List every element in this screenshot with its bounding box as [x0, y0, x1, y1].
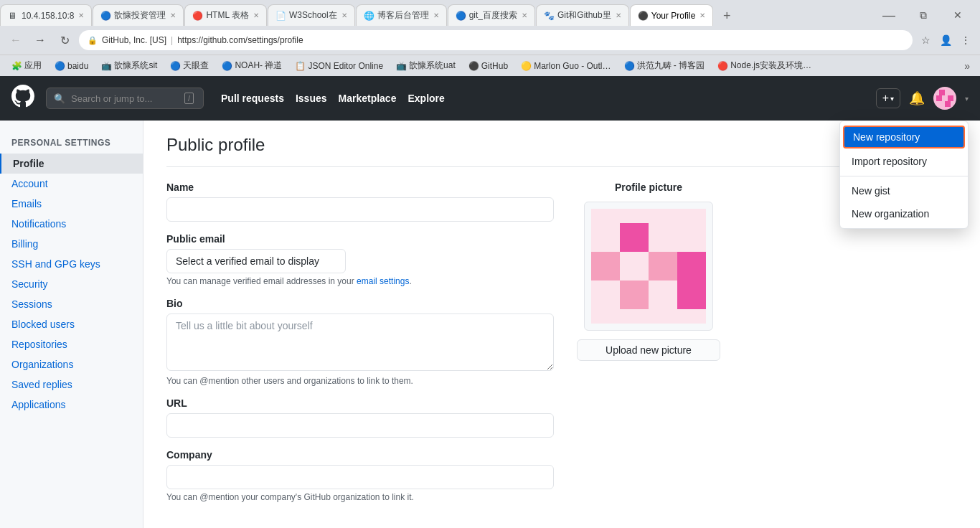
address-url: https://github.com/settings/profile	[177, 35, 303, 45]
tab-title-3: HTML 表格	[206, 9, 249, 22]
tab-title-4: W3School在	[289, 9, 337, 22]
bookmark-hongfan-icon: 🔵	[624, 61, 635, 71]
tab-title-8: Your Profile	[651, 11, 696, 21]
tab-7[interactable]: 🐾 Git和Github里 ✕	[536, 4, 629, 26]
tab-2[interactable]: 🔵 歆慷投资管理 ✕	[93, 4, 184, 26]
tab-title-6: git_百度搜索	[469, 9, 517, 22]
add-new-button[interactable]: + ▾	[876, 88, 900, 108]
tab-title-7: Git和Github里	[557, 9, 611, 22]
refresh-button[interactable]: ↻	[55, 30, 75, 50]
email-label: Public email	[166, 233, 554, 245]
nav-pull-requests[interactable]: Pull requests	[221, 93, 284, 104]
svg-rect-12	[677, 252, 706, 280]
sidebar-item-applications[interactable]: Applications	[0, 395, 143, 415]
tab-3[interactable]: 🔴 HTML 表格 ✕	[184, 4, 267, 26]
bookmark-noah-icon: 🔵	[222, 61, 232, 71]
sidebar-item-ssh[interactable]: SSH and GPG keys	[0, 254, 143, 274]
forward-button[interactable]: →	[30, 30, 50, 50]
tab-5[interactable]: 🌐 博客后台管理 ✕	[356, 4, 447, 26]
bookmark-tianyacha[interactable]: 🔵 天眼查	[164, 57, 215, 75]
nav-explore[interactable]: Explore	[407, 93, 444, 104]
search-input[interactable]	[71, 93, 179, 104]
email-settings-link[interactable]: email settings	[357, 276, 409, 286]
bookmark-marlon[interactable]: 🟡 Marlon Guo - Outl…	[515, 57, 616, 75]
bio-label: Bio	[166, 298, 554, 309]
minimize-button[interactable]: —	[872, 4, 905, 26]
upload-picture-button[interactable]: Upload new picture	[577, 339, 720, 361]
bookmark-json-editor[interactable]: 📋 JSON Editor Online	[289, 57, 389, 75]
main-layout: Personal settings Profile Account Emails…	[0, 121, 980, 528]
dropdown-new-repository[interactable]: New repository	[843, 126, 965, 148]
tab-close-2[interactable]: ✕	[170, 11, 176, 19]
bookmark-hongfan[interactable]: 🔵 洪范九畴 - 博客园	[618, 57, 711, 75]
bookmark-uat[interactable]: 📺 歆慷系统uat	[390, 57, 461, 75]
bookmark-github-label: GitHub	[481, 61, 508, 71]
user-avatar[interactable]	[933, 87, 956, 110]
tab-close-1[interactable]: ✕	[78, 11, 84, 19]
sidebar-item-saved-replies[interactable]: Saved replies	[0, 374, 143, 395]
bookmark-noah[interactable]: 🔵 NOAH- 禅道	[216, 57, 288, 75]
search-slash: /	[184, 93, 194, 104]
svg-rect-1	[939, 90, 945, 95]
sidebar-item-security[interactable]: Security	[0, 274, 143, 294]
add-caret-icon: ▾	[890, 95, 894, 103]
sidebar-item-billing[interactable]: Billing	[0, 234, 143, 254]
sidebar-item-account[interactable]: Account	[0, 174, 143, 194]
tab-4[interactable]: 📄 W3School在 ✕	[268, 4, 355, 26]
company-input[interactable]	[166, 465, 554, 489]
nav-marketplace[interactable]: Marketplace	[339, 93, 397, 104]
tab-1[interactable]: 🖥 10.4.158.10:8 ✕	[0, 4, 92, 26]
address-bar[interactable]: 🔒 GitHub, Inc. [US] | https://github.com…	[79, 30, 913, 50]
name-input[interactable]	[166, 197, 554, 222]
sidebar-item-repos[interactable]: Repositories	[0, 334, 143, 354]
dropdown-import-repository[interactable]: Import repository	[840, 150, 968, 173]
nav-issues[interactable]: Issues	[296, 93, 327, 104]
profile-circle-button[interactable]: 👤	[937, 32, 954, 49]
bookmark-baidu[interactable]: 🔵 baidu	[49, 57, 94, 75]
bio-input[interactable]	[166, 314, 554, 371]
tab-6[interactable]: 🔵 git_百度搜索 ✕	[448, 4, 535, 26]
form-column: Name Public email Select a verified emai…	[166, 182, 554, 514]
tab-title-5: 博客后台管理	[377, 9, 429, 22]
sidebar: Personal settings Profile Account Emails…	[0, 121, 143, 528]
close-button[interactable]: ✕	[941, 4, 974, 26]
tab-close-4[interactable]: ✕	[341, 11, 347, 19]
more-options-button[interactable]: ⋮	[957, 32, 974, 49]
sidebar-item-sessions[interactable]: Sessions	[0, 294, 143, 314]
tab-8[interactable]: ⚫ Your Profile ✕	[630, 4, 714, 26]
notifications-bell[interactable]: 🔔	[909, 90, 925, 106]
header-caret[interactable]: ▾	[965, 95, 969, 103]
bookmark-star-button[interactable]: ☆	[917, 32, 934, 49]
dropdown-new-gist[interactable]: New gist	[840, 179, 968, 202]
sidebar-heading: Personal settings	[0, 132, 143, 154]
bookmark-apps[interactable]: 🧩 应用	[6, 57, 47, 75]
search-box[interactable]: 🔍 /	[46, 88, 204, 109]
bookmark-sit[interactable]: 📺 歆慷系统sit	[95, 57, 163, 75]
sidebar-item-notifications[interactable]: Notifications	[0, 214, 143, 234]
tab-close-5[interactable]: ✕	[433, 11, 439, 19]
sidebar-item-blocked[interactable]: Blocked users	[0, 314, 143, 334]
github-logo[interactable]	[11, 85, 34, 113]
name-group: Name	[166, 182, 554, 222]
tab-close-7[interactable]: ✕	[616, 11, 621, 19]
sidebar-item-emails[interactable]: Emails	[0, 194, 143, 214]
dropdown-new-organization[interactable]: New organization	[840, 202, 968, 225]
email-select[interactable]: Select a verified email to display	[166, 249, 346, 273]
tab-close-8[interactable]: ✕	[699, 11, 705, 19]
more-bookmarks-button[interactable]: »	[960, 59, 974, 73]
maximize-button[interactable]: ⧉	[907, 4, 940, 26]
tab-close-3[interactable]: ✕	[253, 11, 259, 19]
tab-favicon-8: ⚫	[638, 11, 648, 21]
bookmark-uat-icon: 📺	[396, 61, 407, 71]
url-input[interactable]	[166, 413, 554, 438]
back-button[interactable]: ←	[6, 30, 26, 50]
svg-rect-10	[591, 252, 620, 280]
bookmark-github[interactable]: ⚫ GitHub	[463, 57, 514, 75]
sidebar-item-profile[interactable]: Profile	[0, 154, 143, 174]
tab-close-6[interactable]: ✕	[522, 11, 527, 19]
sidebar-item-orgs[interactable]: Organizations	[0, 354, 143, 374]
company-group: Company You can @mention your company's …	[166, 449, 554, 502]
svg-rect-3	[936, 95, 942, 101]
bookmark-nodejs[interactable]: 🔴 Node.js安装及环境…	[712, 57, 817, 75]
new-tab-button[interactable]: +	[717, 6, 737, 26]
